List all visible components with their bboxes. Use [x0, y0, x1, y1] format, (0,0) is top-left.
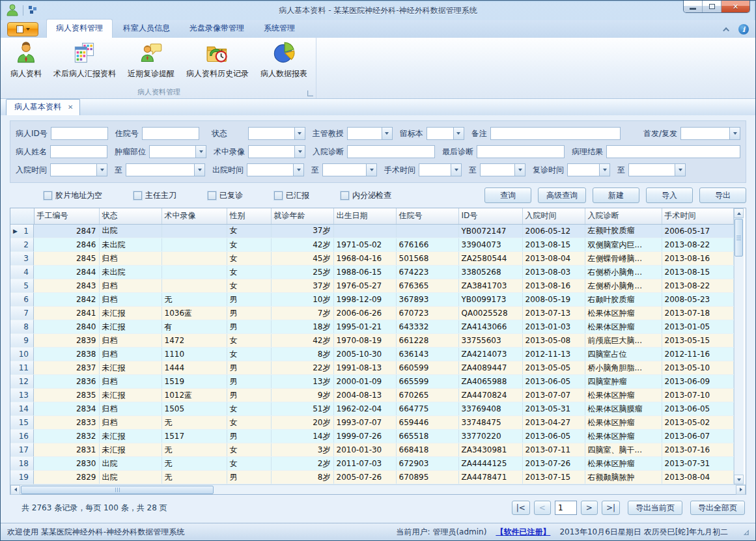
admit-date-from-combo[interactable]	[50, 163, 107, 176]
tab-close-icon[interactable]: ✕	[68, 104, 73, 111]
cell[interactable]: 未汇报	[99, 430, 161, 443]
cell[interactable]: 2012-11-16	[662, 348, 733, 361]
first-page-button[interactable]: |<	[512, 501, 530, 515]
cell[interactable]: 2岁	[271, 457, 333, 471]
resize-grip-icon[interactable]	[742, 529, 749, 535]
cell[interactable]: 3岁	[271, 443, 333, 457]
cell[interactable]	[161, 279, 227, 293]
ribbon-tab-patient-management[interactable]: 病人资料管理	[46, 19, 113, 38]
cell[interactable]: 2835	[34, 389, 99, 402]
cell[interactable]: 桥小脑角胆脂...	[585, 361, 662, 375]
cell[interactable]: 2013-08-22	[662, 238, 733, 252]
app-menu-button[interactable]	[7, 22, 38, 36]
layout-blocks-icon[interactable]	[27, 5, 38, 17]
cell[interactable]: 25岁	[271, 266, 333, 279]
cell[interactable]: 松果体区脑膜瘤	[585, 402, 662, 416]
cell[interactable]: 42岁	[271, 334, 333, 348]
row-indicator-cell[interactable]: 13	[10, 389, 34, 402]
cell[interactable]: 1999-07-26	[333, 430, 396, 443]
cell[interactable]: 664775	[396, 402, 458, 416]
table-row[interactable]: 52843归档女37岁1976-05-27676365ZA38417032013…	[10, 279, 733, 293]
cell[interactable]: 665518	[396, 430, 458, 443]
cell[interactable]: ZA4470824	[458, 389, 522, 402]
combo-dropdown-icon[interactable]	[729, 128, 740, 139]
cell[interactable]: 37岁	[271, 224, 333, 238]
table-row[interactable]: 132835未汇报1012蓝男9岁2004-08-13670265ZA44708…	[10, 389, 733, 402]
cell[interactable]: 661228	[396, 334, 458, 348]
cell[interactable]: 1971-05-02	[333, 238, 396, 252]
cell[interactable]: 2846	[34, 238, 99, 252]
row-indicator-cell[interactable]: 4	[10, 266, 34, 279]
title-bar[interactable]: 病人基本资料 - 某某医院神经外科-神经外科数据管理系统 ✕	[1, 1, 755, 20]
combo-dropdown-icon[interactable]	[366, 164, 376, 176]
vertical-scroll-thumb[interactable]	[735, 219, 743, 257]
table-row[interactable]: 92839归档1472女42岁1970-08-19661228337556032…	[10, 334, 733, 348]
cell[interactable]: 2013-06-07	[662, 430, 733, 443]
info-icon[interactable]: i	[738, 24, 749, 35]
combo-dropdown-icon[interactable]	[194, 164, 204, 176]
cell[interactable]: 33805268	[458, 266, 522, 279]
row-indicator-cell[interactable]: 7	[10, 307, 34, 320]
cell[interactable]: 676365	[396, 279, 458, 293]
cell[interactable]: 未汇报	[99, 443, 161, 457]
cell[interactable]: 2838	[34, 348, 99, 361]
cell[interactable]: 松果体区肿瘤	[585, 430, 662, 443]
cell[interactable]: 2845	[34, 252, 99, 266]
column-header[interactable]: 入院时间	[522, 208, 585, 224]
cell[interactable]: ZA4444125	[458, 457, 522, 471]
export-current-page-button[interactable]: 导出当前页	[628, 501, 682, 515]
cell[interactable]: 出院	[99, 471, 161, 484]
cell[interactable]: 659446	[396, 416, 458, 430]
cell[interactable]: 左侧蝶骨嵴脑...	[585, 252, 662, 266]
cell[interactable]: 2013-05-02	[662, 416, 733, 430]
surgery-date-to-combo[interactable]	[480, 163, 525, 176]
row-indicator-cell[interactable]: 6	[10, 293, 34, 307]
table-row[interactable]: 102838归档1110女8岁2005-10-30636143ZA4214073…	[10, 348, 733, 361]
cell[interactable]: 女	[227, 266, 271, 279]
cell[interactable]: 2005-07-26	[333, 471, 396, 484]
cell[interactable]: 45岁	[271, 252, 333, 266]
cell[interactable]: 右额颞脑脓肿	[585, 471, 662, 484]
cell[interactable]: 2834	[34, 402, 99, 416]
cell[interactable]: 右颞叶胶质瘤	[585, 293, 662, 307]
cell[interactable]: ZA4143066	[458, 320, 522, 334]
discharge-date-to-combo[interactable]	[322, 163, 377, 176]
row-indicator-cell[interactable]: 16	[10, 430, 34, 443]
cell[interactable]: 2013-07-15	[522, 471, 585, 484]
combo-dropdown-icon[interactable]	[382, 128, 392, 139]
cell[interactable]: ZA3841703	[458, 279, 522, 293]
row-indicator-cell[interactable]: 10	[10, 348, 34, 361]
film-address-empty-checkbox[interactable]: 胶片地址为空	[44, 190, 102, 201]
specimen-combo[interactable]	[427, 127, 464, 140]
cell[interactable]: 2013-07-07	[522, 389, 585, 402]
scroll-left-icon[interactable]	[10, 485, 20, 495]
cell[interactable]: 2836	[34, 375, 99, 389]
row-indicator-cell[interactable]: 11	[10, 361, 34, 375]
combo-dropdown-icon[interactable]	[294, 146, 305, 158]
cell[interactable]: 1517	[161, 430, 227, 443]
cell[interactable]: 2013-06-09	[662, 375, 733, 389]
cell[interactable]: 18岁	[271, 320, 333, 334]
cell[interactable]: 2010-01-30	[333, 443, 396, 457]
cell[interactable]: 674223	[396, 266, 458, 279]
horizontal-scrollbar[interactable]	[10, 484, 746, 494]
cell[interactable]: 2841	[34, 307, 99, 320]
cell[interactable]: 2012-11-13	[522, 348, 585, 361]
column-header[interactable]: 出生日期	[333, 208, 396, 224]
cell[interactable]: 2006-05-12	[522, 224, 585, 238]
postop-report-button[interactable]: 术后病人汇报资料	[48, 39, 122, 87]
table-row[interactable]: ▶12847出院女37岁YB00721472006-05-12左额叶胶质瘤200…	[10, 224, 733, 238]
cell[interactable]: 51岁	[271, 402, 333, 416]
cell[interactable]: 2013-08-16	[522, 279, 585, 293]
cell[interactable]: 1444	[161, 361, 227, 375]
page-input[interactable]	[555, 501, 577, 515]
cell[interactable]: 670895	[396, 471, 458, 484]
column-header[interactable]: 状态	[99, 208, 161, 224]
cell[interactable]: 女	[227, 416, 271, 430]
table-row[interactable]: 122836归档1519男13岁2000-01-09665599ZA406598…	[10, 375, 733, 389]
vertical-scrollbar[interactable]	[734, 208, 744, 484]
cell[interactable]: 未汇报	[99, 361, 161, 375]
cell[interactable]: 2847	[34, 224, 99, 238]
row-indicator-cell[interactable]: 14	[10, 402, 34, 416]
table-row[interactable]: 192829出院无男8岁2005-07-26670895ZA4478471201…	[10, 471, 733, 484]
